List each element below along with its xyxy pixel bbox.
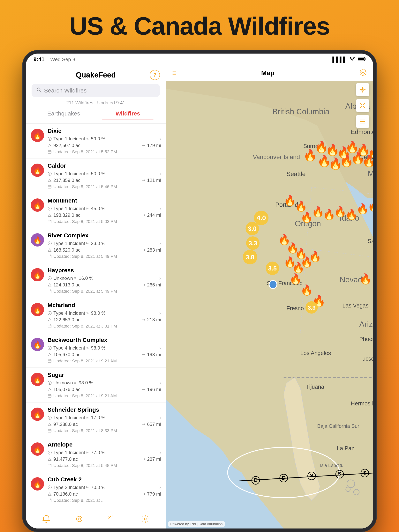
hamburger-icon[interactable]: ≡ [172, 69, 176, 77]
svg-text:i: i [49, 311, 50, 315]
fire-row-type: i Type 1 Incident % 59.0 % › [48, 136, 161, 142]
fire-updated: Updated: Sep 8, 2021 at 3:31 PM [48, 324, 161, 329]
fire-type: i Type 1 Incident [48, 241, 85, 246]
fire-icon: 🔥 [30, 268, 45, 282]
fire-row-acres: 198,829.0 ac 244 mi [48, 212, 161, 218]
fire-type: i Type 1 Incident [48, 206, 85, 211]
fire-containment: % 23.0 % [85, 241, 106, 246]
panel-title: QuakeFeed [42, 71, 150, 79]
chevron-icon: › [158, 310, 161, 316]
fire-distance: 244 mi [141, 212, 161, 218]
svg-text:Las Vegas: Las Vegas [342, 302, 369, 309]
search-input[interactable]: Search Wildfires [44, 87, 86, 94]
svg-text:Seattle: Seattle [286, 170, 305, 177]
fire-list-item[interactable]: 🔥 Caldor i Type 1 Incident % 50.0 % › [26, 158, 166, 193]
svg-text:Baja California Sur: Baja California Sur [317, 423, 359, 429]
fire-updated: Updated: Sep 8, 2021 at 8:33 PM [48, 428, 161, 433]
fire-containment: % 98.0 % [85, 345, 106, 351]
list-button[interactable] [356, 115, 369, 128]
svg-text:Los Angeles: Los Angeles [300, 350, 331, 356]
fire-acres: 168,520.0 ac [48, 247, 80, 253]
fire-row-type: i Type 4 Incident % 98.0 % › [48, 345, 161, 351]
svg-rect-46 [48, 290, 51, 293]
svg-text:%: % [86, 451, 89, 454]
fire-acres: 105,076.0 ac [48, 387, 80, 392]
fire-row-acres: 922,507.0 ac 179 mi [48, 143, 161, 148]
right-panel: ≡ Map Britis [166, 65, 373, 528]
svg-text:Vancouver Island: Vancouver Island [253, 153, 300, 160]
svg-point-106 [79, 519, 80, 519]
tab-notifications[interactable] [30, 515, 63, 523]
fire-updated: Updated: Sep 8, 2021 at 9:21 AM [48, 393, 161, 399]
tab-wildfires[interactable]: Wildfires [96, 107, 160, 120]
chevron-icon: › [158, 240, 161, 247]
fire-containment: % 50.0 % [85, 171, 106, 177]
fire-distance: 266 mi [141, 282, 161, 288]
chevron-icon: › [158, 415, 161, 421]
fire-acres: 91,477.0 ac [48, 456, 78, 462]
svg-text:Tucson: Tucson [359, 355, 373, 362]
location-button[interactable] [356, 83, 369, 96]
fire-row-type: i Type 1 Incident % 23.0 % › [48, 240, 161, 247]
wifi-icon [349, 56, 355, 63]
svg-text:i: i [49, 416, 50, 419]
fire-list-item[interactable]: 🔥 Cub Creek 2 i Type 2 Incident % 70.0 %… [26, 472, 166, 507]
fire-type: i Type 4 Incident [48, 310, 85, 316]
fire-containment: % 70.0 % [85, 485, 106, 490]
fire-name: Mcfarland [48, 302, 161, 309]
fire-acres: 198,829.0 ac [48, 212, 80, 218]
fire-icon: 🔥 [30, 407, 45, 421]
tab-earthquakes[interactable]: Earthquakes [32, 107, 96, 120]
chevron-icon: › [158, 171, 161, 177]
expand-button[interactable] [356, 99, 369, 112]
svg-text:British Columbia: British Columbia [272, 107, 329, 116]
search-bar[interactable]: Search Wildfires [32, 84, 160, 97]
svg-text:i: i [49, 451, 50, 454]
svg-text:%: % [86, 311, 89, 315]
fire-updated: Updated: Sep 8, 2021 at 5:52 PM [48, 149, 161, 154]
fire-name: Beckwourth Complex [48, 337, 161, 343]
svg-rect-82 [48, 429, 51, 432]
fire-list-item[interactable]: 🔥 Beckwourth Complex i Type 4 Incident %… [26, 333, 166, 368]
fire-list-item[interactable]: 🔥 Schneider Springs i Type 1 Incident % … [26, 403, 166, 437]
fire-details: Monument i Type 1 Incident % 45.0 % › [48, 197, 161, 224]
svg-text:Isla Espíritu: Isla Espíritu [320, 463, 343, 468]
chevron-icon: › [158, 484, 161, 491]
fire-acres: 124,913.0 ac [48, 282, 80, 288]
svg-text:🔥: 🔥 [33, 132, 42, 140]
svg-text:i: i [49, 277, 50, 280]
fire-icon: 🔥 [30, 198, 45, 212]
svg-text:🔥: 🔥 [359, 273, 372, 285]
fire-list-item[interactable]: 🔥 Sugar i Unknown % 98.0 % › [26, 368, 166, 403]
fire-list-item[interactable]: 🔥 River Complex i Type 1 Incident % 23.0… [26, 228, 166, 263]
fire-details: Haypress i Unknown % 16.0 % › 124,9 [48, 267, 161, 294]
fire-updated: Updated: Sep 8, 2021 at 5:46 PM [48, 184, 161, 189]
tab-settings[interactable] [129, 515, 162, 523]
svg-text:D: D [254, 477, 258, 483]
svg-text:🔥: 🔥 [289, 273, 302, 285]
status-icons: ▌▌▌▌ [332, 56, 366, 63]
map-attribution: Powered by Esri | Data Attribution [168, 521, 225, 527]
tab-refresh[interactable] [96, 515, 129, 523]
svg-text:Phoenix: Phoenix [359, 336, 373, 342]
fire-list-item[interactable]: 🔥 Dixie i Type 1 Incident % 59.0 % › [26, 124, 166, 158]
fire-list-item[interactable]: 🔥 Antelope i Type 1 Incident % 77.0 % › [26, 437, 166, 472]
fire-list-item[interactable]: 🔥 Mcfarland i Type 4 Incident % 98.0 % › [26, 298, 166, 333]
signal-icon: ▌▌▌▌ [332, 57, 347, 63]
layers-icon[interactable] [359, 68, 367, 78]
fire-list-item[interactable]: 🔥 Monument i Type 1 Incident % 45.0 % › [26, 193, 166, 228]
svg-text:i: i [49, 137, 50, 140]
svg-text:%: % [86, 207, 89, 210]
fire-list-item[interactable]: 🔥 Haypress i Unknown % 16.0 % › [26, 263, 166, 298]
help-button[interactable]: ? [150, 70, 160, 80]
ipad-screen: 9:41 Wed Sep 8 ▌▌▌▌ QuakeFeed [26, 54, 373, 528]
fire-row-type: i Unknown % 16.0 % › [48, 275, 161, 281]
fire-distance: 196 mi [141, 387, 161, 392]
svg-rect-64 [48, 360, 51, 363]
tab-feed[interactable] [63, 515, 96, 523]
svg-text:🔥: 🔥 [295, 200, 308, 212]
fire-icon: 🔥 [30, 128, 45, 142]
bottom-tab-bar [26, 509, 166, 528]
svg-rect-2 [358, 58, 364, 60]
fire-details: Caldor i Type 1 Incident % 50.0 % › [48, 162, 161, 189]
